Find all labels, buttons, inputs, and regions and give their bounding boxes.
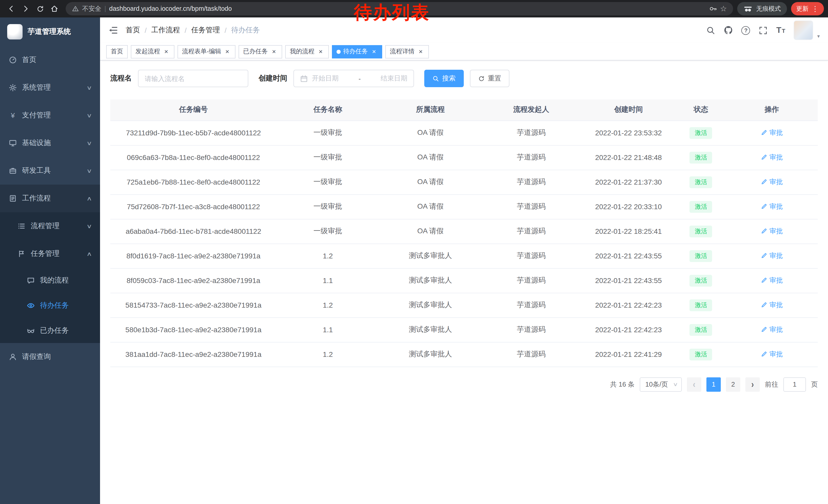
route-tab[interactable]: 首页 (106, 45, 128, 58)
goto-page-input[interactable] (783, 377, 806, 392)
active-dot (336, 49, 341, 54)
sidebar-item-infra[interactable]: 基础设施 ∨ (0, 129, 100, 157)
tab-close-icon[interactable]: × (317, 48, 324, 55)
task-submenu: 我的流程 待办任务 已办任务 (0, 268, 100, 343)
header-search-button[interactable] (706, 26, 716, 35)
sidebar-item-task-mgmt[interactable]: 任务管理 ∧ (0, 240, 100, 268)
browser-back-button[interactable] (4, 2, 18, 16)
start-date-placeholder[interactable]: 开始日期 (312, 74, 339, 83)
cell-process: 测试多审批人 (379, 243, 482, 268)
table-row[interactable]: 8f0d1619-7ac8-11ec-a9e2-a2380e71991a 1.2… (110, 243, 818, 268)
next-page-button[interactable]: › (745, 377, 760, 392)
column-header: 流程发起人 (482, 99, 581, 121)
page-number-button[interactable]: 1 (706, 377, 721, 392)
edit-icon (761, 302, 768, 308)
cell-task-id: 381aa1dd-7ac8-11ec-a9e2-a2380e71991a (110, 342, 277, 367)
sidebar-item-workflow[interactable]: 工作流程 ∧ (0, 185, 100, 212)
table-row[interactable]: 069c6a63-7b8a-11ec-8ef0-acde48001122 一级审… (110, 145, 818, 170)
sidebar-item-my-process[interactable]: 我的流程 (0, 268, 100, 293)
page-number-button[interactable]: 2 (726, 377, 740, 392)
table-row[interactable]: 8f059c03-7ac8-11ec-a9e2-a2380e71991a 1.1… (110, 268, 818, 293)
avatar-caret-icon[interactable]: ▾ (817, 33, 820, 40)
approve-link[interactable]: 审批 (761, 177, 783, 187)
sidebar-item-label: 研发工具 (22, 166, 51, 175)
browser-home-button[interactable] (47, 2, 61, 16)
user-avatar[interactable] (794, 20, 813, 40)
table-row[interactable]: 725a1eb6-7b88-11ec-8ef0-acde48001122 一级审… (110, 170, 818, 194)
chevron-up-icon: ∧ (86, 195, 92, 202)
sidebar-item-home[interactable]: 首页 (0, 46, 100, 74)
prev-page-button[interactable]: ‹ (687, 377, 701, 392)
tab-close-icon[interactable]: × (271, 48, 278, 55)
tab-close-icon[interactable]: × (224, 48, 231, 55)
table-row[interactable]: 73211d9d-7b9b-11ec-b5b7-acde48001122 一级审… (110, 121, 818, 145)
approve-link[interactable]: 审批 (761, 227, 783, 236)
tab-close-icon[interactable]: × (417, 48, 424, 55)
browser-update-button[interactable]: 更新 ⋮ (791, 2, 824, 15)
sidebar-item-leave-query[interactable]: 请假查询 (0, 343, 100, 371)
app-logo[interactable]: 芋道管理系统 (0, 17, 100, 46)
end-date-placeholder[interactable]: 结束日期 (381, 74, 407, 83)
password-key-icon[interactable] (709, 5, 717, 13)
cell-action: 审批 (726, 145, 818, 170)
chevron-down-icon: ∨ (86, 168, 92, 174)
page-size-select[interactable]: 10条/页 ∨ (640, 377, 682, 392)
workflow-submenu: 流程管理 ∨ 任务管理 ∧ 我的流程 待办任务 (0, 212, 100, 343)
font-size-button[interactable]: TT (776, 26, 785, 35)
approve-link[interactable]: 审批 (761, 202, 783, 211)
security-label[interactable]: 不安全 (82, 4, 101, 13)
browser-menu-icon[interactable]: ⋮ (812, 5, 819, 12)
approve-link[interactable]: 审批 (761, 128, 783, 137)
tab-close-icon[interactable]: × (163, 48, 170, 55)
column-header: 状态 (676, 99, 726, 121)
table-row[interactable]: a6aba0a4-7b6d-11ec-b781-acde48001122 一级审… (110, 219, 818, 243)
route-tab[interactable]: 我的流程 × (285, 45, 329, 58)
sidebar-item-payment[interactable]: ¥ 支付管理 ∨ (0, 101, 100, 129)
search-button[interactable]: 搜索 (424, 70, 464, 87)
breadcrumb-item-home[interactable]: 首页 (126, 26, 140, 35)
route-tab[interactable]: 待办任务 × (332, 45, 382, 58)
sidebar-item-system[interactable]: 系统管理 ∨ (0, 74, 100, 101)
date-range-picker[interactable]: 开始日期 - 结束日期 (293, 70, 414, 87)
sidebar-item-label: 系统管理 (22, 83, 51, 92)
sidebar-collapse-icon[interactable] (108, 25, 119, 35)
reset-button-label: 重置 (488, 74, 501, 83)
approve-link[interactable]: 审批 (761, 276, 783, 285)
sidebar-item-process-mgmt[interactable]: 流程管理 ∨ (0, 212, 100, 240)
breadcrumb-item-workflow[interactable]: 工作流程 (151, 26, 180, 35)
table-row[interactable]: 580e1b3d-7ac8-11ec-a9e2-a2380e71991a 1.1… (110, 317, 818, 342)
sidebar-item-todo-task[interactable]: 待办任务 (0, 293, 100, 318)
browser-reload-button[interactable] (33, 2, 47, 16)
table-row[interactable]: 75d72608-7b7f-11ec-a3c8-acde48001122 一级审… (110, 194, 818, 219)
tab-close-icon[interactable]: × (370, 48, 378, 55)
filter-bar: 流程名 创建时间 开始日期 - 结束日期 搜索 重置 (100, 60, 828, 87)
route-tab[interactable]: 流程表单-编辑 × (177, 45, 236, 58)
sidebar-item-devtools[interactable]: 研发工具 ∨ (0, 157, 100, 185)
approve-link[interactable]: 审批 (761, 325, 783, 334)
fullscreen-button[interactable] (759, 26, 768, 35)
table-row[interactable]: 381aa1dd-7ac8-11ec-a9e2-a2380e71991a 1.2… (110, 342, 818, 367)
sidebar-item-label: 我的流程 (40, 276, 69, 285)
reset-button[interactable]: 重置 (470, 70, 509, 87)
route-tab[interactable]: 流程详情 × (385, 45, 429, 58)
breadcrumb-item-task-mgmt[interactable]: 任务管理 (191, 26, 220, 35)
page-url[interactable]: dashboard.yudao.iocoder.cn/bpm/task/todo (109, 5, 232, 12)
help-button[interactable]: ? (741, 26, 750, 35)
process-name-input[interactable] (145, 70, 242, 87)
tab-label: 我的流程 (290, 47, 315, 56)
approve-link[interactable]: 审批 (761, 153, 783, 162)
route-tab[interactable]: 发起流程 × (131, 45, 174, 58)
table-row[interactable]: 58154733-7ac8-11ec-a9e2-a2380e71991a 1.2… (110, 293, 818, 317)
approve-link[interactable]: 审批 (761, 301, 783, 310)
column-header: 所属流程 (379, 99, 482, 121)
cell-status: 激活 (676, 342, 726, 367)
sidebar-item-done-task[interactable]: 已办任务 (0, 318, 100, 343)
sidebar-item-label: 工作流程 (22, 194, 51, 203)
github-link[interactable] (724, 26, 733, 35)
browser-forward-button[interactable] (18, 2, 33, 16)
route-tab[interactable]: 已办任务 × (239, 45, 282, 58)
address-bar[interactable]: 不安全 | dashboard.yudao.iocoder.cn/bpm/tas… (66, 2, 733, 15)
approve-link[interactable]: 审批 (761, 251, 783, 261)
bookmark-star-icon[interactable]: ☆ (720, 4, 727, 13)
approve-link[interactable]: 审批 (761, 350, 783, 359)
